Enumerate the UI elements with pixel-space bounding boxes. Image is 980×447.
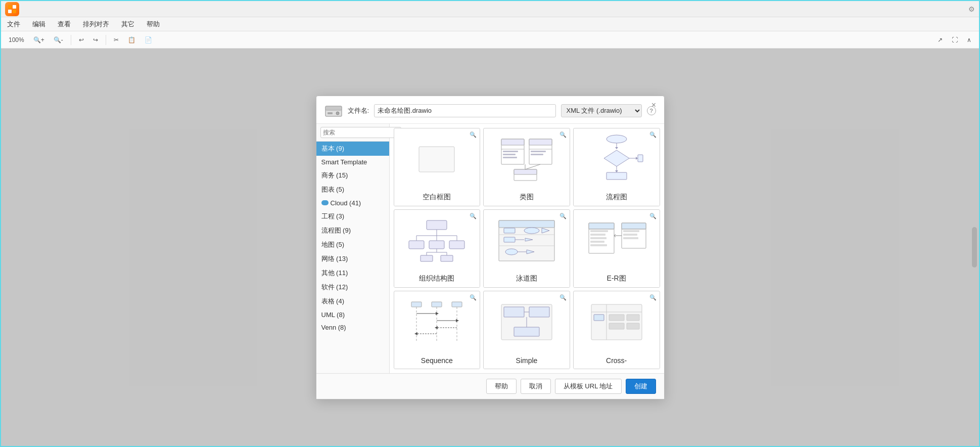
- svg-rect-94: [504, 307, 524, 317]
- toolbar-cut[interactable]: ✂: [110, 33, 122, 47]
- menu-edit[interactable]: 编辑: [30, 19, 48, 30]
- toolbar-collapse[interactable]: ∧: [963, 33, 975, 47]
- menu-arrange[interactable]: 排列对齐: [81, 19, 111, 30]
- file-name-label: 文件名:: [348, 106, 369, 115]
- dialog-body: 🔍 基本 (9) Smart Template 商务 (15) 图表 (5) C…: [316, 124, 664, 373]
- modal-overlay: × 文件名: XML 文件 (.drawio) PNG 图片 (.png): [1, 49, 979, 446]
- toolbar-paste[interactable]: 📄: [141, 33, 156, 47]
- svg-rect-106: [627, 323, 639, 329]
- sidebar-item-table[interactable]: 表格 (4): [316, 294, 389, 308]
- template-card-cross[interactable]: 🔍 Cross-: [573, 291, 660, 369]
- er-zoom[interactable]: 🔍: [649, 213, 657, 219]
- class-preview: [484, 128, 570, 191]
- svg-rect-6: [328, 112, 333, 114]
- svg-rect-71: [622, 223, 646, 229]
- menu-other[interactable]: 其它: [119, 19, 136, 30]
- toolbar-zoom-level[interactable]: 100%: [5, 33, 28, 47]
- create-button[interactable]: 创建: [626, 379, 656, 394]
- toolbar-sep-2: [106, 35, 106, 45]
- sidebar-item-software[interactable]: 软件 (12): [316, 280, 389, 294]
- svg-rect-1: [13, 5, 16, 9]
- toolbar-zoom-in[interactable]: 🔍+: [30, 33, 48, 47]
- cross-zoom[interactable]: 🔍: [649, 294, 657, 301]
- svg-rect-3: [13, 10, 16, 13]
- svg-rect-97: [514, 327, 539, 336]
- sidebar-item-uml[interactable]: UML (8): [316, 308, 389, 321]
- svg-rect-13: [503, 154, 516, 155]
- svg-rect-34: [427, 220, 447, 230]
- svg-rect-99: [591, 304, 642, 340]
- menu-bar: 文件 编辑 查看 排列对齐 其它 帮助: [1, 17, 979, 31]
- toolbar-expand[interactable]: ⛶: [948, 33, 961, 47]
- org-zoom[interactable]: 🔍: [470, 213, 477, 219]
- org-preview: [394, 210, 480, 272]
- svg-rect-10: [501, 139, 524, 145]
- help-button[interactable]: 帮助: [486, 379, 517, 394]
- svg-marker-26: [615, 147, 618, 149]
- svg-rect-42: [449, 241, 464, 249]
- from-url-button[interactable]: 从模板 URL 地址: [555, 379, 622, 394]
- blank-zoom[interactable]: 🔍: [470, 131, 477, 138]
- sidebar-item-network[interactable]: 网络 (13): [316, 252, 389, 266]
- flowchart-zoom[interactable]: 🔍: [649, 131, 657, 138]
- svg-rect-33: [638, 155, 643, 162]
- sidebar-item-smart[interactable]: Smart Template: [316, 156, 389, 168]
- template-card-sequence[interactable]: 🔍 Sequence: [394, 291, 481, 369]
- menu-view[interactable]: 查看: [56, 19, 73, 30]
- svg-marker-27: [604, 150, 629, 166]
- sequence-preview: [394, 291, 480, 353]
- search-input[interactable]: [320, 127, 401, 138]
- svg-marker-90: [435, 326, 438, 329]
- toolbar-undo[interactable]: ↩: [75, 33, 87, 47]
- template-card-blank[interactable]: 🔍 空白框图: [394, 128, 481, 206]
- menu-help[interactable]: 帮助: [145, 19, 162, 30]
- sidebar-item-venn[interactable]: Venn (8): [316, 321, 389, 334]
- toolbar-zoom-out[interactable]: 🔍-: [50, 33, 67, 47]
- simple-label: Simple: [484, 353, 570, 369]
- sidebar-item-basic[interactable]: 基本 (9): [316, 142, 389, 156]
- sidebar-item-map[interactable]: 地图 (5): [316, 238, 389, 252]
- toolbar-share[interactable]: ↗: [934, 33, 946, 47]
- svg-rect-0: [8, 5, 12, 9]
- svg-marker-29: [615, 170, 618, 172]
- template-card-er[interactable]: 🔍 E-R图: [573, 209, 660, 288]
- template-card-class[interactable]: 🔍 类图: [483, 128, 570, 206]
- class-zoom[interactable]: 🔍: [559, 131, 567, 138]
- menu-file[interactable]: 文件: [5, 19, 22, 30]
- svg-rect-81: [432, 302, 442, 307]
- sidebar-item-cloud[interactable]: Cloud (41): [316, 197, 389, 209]
- sidebar-item-other[interactable]: 其他 (11): [316, 266, 389, 280]
- toolbar-copy[interactable]: 📋: [124, 33, 139, 47]
- simple-zoom[interactable]: 🔍: [559, 294, 567, 301]
- swimlane-preview: [484, 210, 570, 272]
- file-name-input[interactable]: [374, 104, 555, 117]
- template-card-org[interactable]: 🔍 组织结构图: [394, 209, 481, 288]
- cancel-button[interactable]: 取消: [521, 379, 551, 394]
- toolbar-sep-1: [71, 35, 71, 45]
- dialog-close-button[interactable]: ×: [649, 100, 659, 110]
- toolbar-redo[interactable]: ↪: [89, 33, 102, 47]
- sequence-zoom[interactable]: 🔍: [470, 294, 477, 301]
- sidebar-item-chart[interactable]: 图表 (5): [316, 183, 389, 197]
- format-select[interactable]: XML 文件 (.drawio) PNG 图片 (.png) SVG 矢量图 (…: [561, 104, 642, 117]
- sidebar-item-flowchart[interactable]: 流程图 (9): [316, 224, 389, 238]
- cross-label: Cross-: [574, 353, 660, 369]
- svg-rect-8: [419, 147, 454, 172]
- svg-rect-30: [606, 172, 627, 180]
- template-card-flowchart[interactable]: 🔍 流程图: [573, 128, 660, 206]
- svg-rect-103: [609, 315, 624, 321]
- file-drive-icon: [324, 103, 343, 118]
- simple-preview: [484, 291, 570, 353]
- swimlane-zoom[interactable]: 🔍: [559, 213, 567, 219]
- template-card-simple[interactable]: 🔍 Simple: [483, 291, 570, 369]
- svg-rect-79: [411, 302, 422, 307]
- org-label: 组织结构图: [394, 271, 480, 287]
- sidebar-item-business[interactable]: 商务 (15): [316, 168, 389, 183]
- svg-rect-38: [409, 241, 424, 249]
- svg-rect-21: [514, 169, 537, 174]
- template-card-swimlane[interactable]: 🔍 泳道图: [483, 209, 570, 288]
- svg-marker-86: [436, 312, 439, 315]
- toolbar-right: ↗ ⛶ ∧: [934, 33, 975, 47]
- flowchart-label: 流程图: [574, 190, 660, 206]
- sidebar-item-engineering[interactable]: 工程 (3): [316, 209, 389, 224]
